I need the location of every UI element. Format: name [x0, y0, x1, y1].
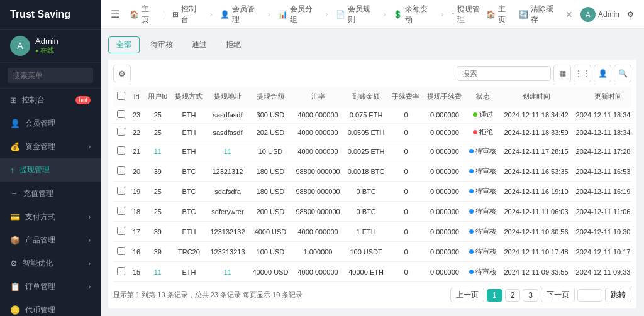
table-search-input[interactable]: [457, 66, 551, 81]
sidebar-item-withdrawal[interactable]: ↑ 提现管理: [0, 158, 101, 182]
topbar-nav-control[interactable]: ⊞ 控制台: [172, 4, 203, 25]
topbar-nav-withdrawal[interactable]: ↑ 提现管理: [451, 4, 486, 25]
table-row: 17 39 ETH 123132132 4000 USD 4000.000000…: [113, 222, 631, 242]
row-checkbox[interactable]: [117, 207, 125, 215]
select-all-checkbox[interactable]: [117, 92, 125, 100]
sidebar-user-section: A Admin 在线: [0, 30, 101, 63]
prev-page-button[interactable]: 上一页: [450, 288, 484, 302]
row-fee: 0.000000: [423, 106, 465, 124]
filter-button[interactable]: 👤: [594, 65, 611, 82]
row-address: sasdfasdf: [206, 124, 248, 141]
row-checkbox[interactable]: [117, 110, 125, 118]
topbar-nav-member[interactable]: 👤 会员管理: [220, 4, 260, 25]
next-page-button[interactable]: 下一页: [541, 288, 575, 302]
filter-tab-pending[interactable]: 待审核: [142, 36, 181, 53]
filter-tab-pass[interactable]: 通过: [184, 36, 215, 53]
sidebar-item-label: 产品管理: [25, 235, 89, 246]
row-checkbox[interactable]: [117, 146, 125, 155]
page-content: 全部 待审核 通过 拒绝 ⚙ ▦ ⋮⋮ 👤 🔍: [101, 29, 644, 316]
grid-view-button[interactable]: ▦: [553, 65, 571, 82]
row-checkbox[interactable]: [117, 128, 125, 136]
sidebar-item-order[interactable]: 📋 订单管理 ›: [0, 275, 101, 298]
page-1-button[interactable]: 1: [487, 289, 502, 302]
row-method: ETH: [171, 262, 206, 282]
row-fee: 0.000000: [423, 161, 465, 182]
sidebar-item-fund[interactable]: 💰 资金管理 ›: [0, 135, 101, 158]
status-dot: [469, 229, 474, 234]
row-checkbox[interactable]: [117, 166, 125, 175]
table-row: 16 39 TRC20 123213213 100 USD 1.000000 1…: [113, 242, 631, 262]
row-checkbox[interactable]: [117, 247, 125, 255]
topbar-nav-dashboard[interactable]: 🏠 主页: [130, 4, 155, 25]
status-dot: [473, 112, 477, 117]
page-2-button[interactable]: 2: [505, 289, 521, 302]
sidebar-item-smart[interactable]: ⚙ 智能优化 ›: [0, 252, 101, 275]
address-link[interactable]: 11: [224, 268, 231, 276]
sidebar-item-member[interactable]: 👤 会员管理: [0, 112, 101, 135]
toolbar-search: ▦ ⋮⋮ 👤 🔍: [457, 65, 631, 82]
sidebar-item-recharge[interactable]: ＋ 充值管理: [0, 182, 101, 205]
row-address: 123132132: [206, 222, 248, 242]
address-link[interactable]: 11: [224, 148, 231, 155]
row-rate: 4000.000000: [292, 141, 343, 161]
row-amount: 40000 USD: [249, 262, 292, 282]
row-address: 12321312: [206, 161, 248, 182]
row-arrival: 0.0018 BTC: [344, 161, 389, 182]
row-checkbox[interactable]: [117, 267, 125, 275]
row-amount: 202 USD: [249, 124, 292, 141]
topbar-home-link[interactable]: 🏠 主页: [486, 4, 511, 25]
row-updated: 2024-12-11 11:06:03: [572, 202, 631, 222]
member-icon: 👤: [10, 119, 20, 128]
userid-link[interactable]: 11: [154, 148, 162, 155]
filter-tab-reject[interactable]: 拒绝: [218, 36, 249, 53]
row-checkbox-cell: [113, 106, 129, 124]
sidebar-item-product[interactable]: 📦 产品管理 ›: [0, 229, 101, 252]
status-dot: [469, 209, 474, 214]
row-userid: 25: [144, 182, 171, 202]
chevron-right-icon: ›: [89, 283, 91, 290]
row-checkbox-cell: [113, 202, 129, 222]
page-jump-input[interactable]: [577, 289, 602, 302]
row-fee: 0.000000: [423, 124, 465, 141]
row-checkbox[interactable]: [117, 227, 125, 235]
search-button[interactable]: 🔍: [614, 65, 631, 82]
home-right-label: 主页: [498, 4, 511, 25]
sidebar-item-coin[interactable]: 🪙 代币管理: [0, 298, 101, 316]
topbar-clear-cache[interactable]: 🔄 清除缓存: [519, 4, 558, 25]
topbar-nav-balance[interactable]: 💲 余额变动: [393, 4, 433, 25]
chevron-right-icon: ›: [89, 237, 91, 244]
sidebar-search-input[interactable]: [8, 68, 93, 83]
filter-tabs: 全部 待审核 通过 拒绝: [108, 36, 636, 53]
recharge-icon: ＋: [10, 188, 18, 199]
column-settings-button[interactable]: ⋮⋮: [574, 65, 591, 82]
hamburger-icon[interactable]: ☰: [111, 8, 119, 20]
sidebar-item-payment[interactable]: 💳 支付方式 ›: [0, 205, 101, 229]
row-created: 2024-12-11 10:30:56: [500, 222, 572, 242]
toolbar-icons: ▦ ⋮⋮ 👤 🔍: [553, 65, 631, 82]
filter-tab-all[interactable]: 全部: [108, 36, 140, 53]
topbar-user[interactable]: A Admin: [580, 7, 619, 22]
page-jump-button[interactable]: 跳转: [605, 288, 631, 302]
row-address: sdafsdfа: [206, 182, 248, 202]
row-method: ETH: [171, 106, 206, 124]
row-rate: 98800.000000: [292, 182, 343, 202]
row-status: 待审核: [465, 262, 500, 282]
refresh-table-button[interactable]: ⚙: [113, 65, 131, 82]
topbar-nav-member-rules[interactable]: 📄 会员规则: [336, 4, 376, 25]
topbar-right: 🏠 主页 🔄 清除缓存 ✕ A Admin ⚙: [486, 4, 634, 25]
row-rate: 4000.000000: [292, 222, 343, 242]
close-icon[interactable]: ✕: [565, 9, 573, 19]
userid-link[interactable]: 11: [154, 268, 162, 276]
topbar-nav-member-grade[interactable]: 📊 会员分组: [278, 4, 318, 25]
sidebar-item-dashboard[interactable]: ⊞ 控制台 hot: [0, 89, 101, 112]
row-userid: 39: [144, 161, 171, 182]
page-3-button[interactable]: 3: [523, 289, 538, 302]
topbar-section-label2: 会员管理: [232, 4, 260, 25]
row-checkbox[interactable]: [117, 187, 125, 195]
row-arrival: 0 BTC: [344, 182, 389, 202]
withdrawal-table: Id 用户Id 提现方式 提现地址 提现金额 汇率 到账金额 手续费率 提现手续…: [113, 87, 631, 283]
topbar-settings[interactable]: ⚙: [627, 10, 634, 19]
row-address: 11: [206, 141, 248, 161]
row-fee: 0.000000: [423, 262, 465, 282]
row-fee-rate: 0: [388, 182, 423, 202]
